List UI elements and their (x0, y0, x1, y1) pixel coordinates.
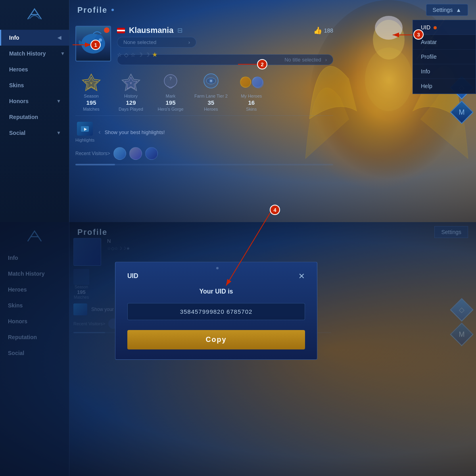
star-2: ☆ (131, 52, 136, 58)
annotation-2: 2 (257, 59, 267, 69)
player-card: Klausmania ⊟ 👍 188 None selected › ☆ ◇ ☆… (75, 26, 333, 61)
mark-label: Mark (166, 94, 175, 98)
info-arrow: ◀ (58, 35, 61, 40)
modal-dot (216, 267, 219, 269)
like-count: 👍 188 (313, 26, 333, 35)
highlights-icon[interactable] (77, 122, 93, 136)
annotation-1: 1 (90, 40, 101, 50)
uid-dot (434, 26, 437, 29)
player-info: Klausmania ⊟ 👍 188 None selected › ☆ ◇ ☆… (117, 26, 333, 58)
svg-text:V: V (90, 81, 92, 85)
uid-modal: UID ✕ Your UID is 358457999820 6785702 C… (115, 262, 317, 360)
dropdown-info-label: Info (421, 68, 430, 75)
modal-title: UID (127, 273, 138, 280)
moon-2: ☽ (145, 52, 150, 58)
dropdown-item-info[interactable]: Info (413, 64, 476, 79)
role-selector[interactable]: None selected › (117, 37, 196, 48)
dropdown-item-help[interactable]: Help (413, 79, 476, 94)
my-heroes-value: 16 (248, 99, 255, 106)
edit-icon[interactable]: ⊟ (177, 27, 182, 34)
diamond-badge-2[interactable]: M (450, 100, 473, 124)
scrollbar[interactable] (75, 164, 333, 165)
settings-label: Settings (433, 7, 453, 13)
sidebar-item-reputation-label: Reputation (9, 114, 38, 120)
farm-lane-sub: Heroes (204, 107, 218, 111)
modal-close-button[interactable]: ✕ (298, 272, 305, 280)
stat-farm-lane[interactable]: Farm Lane Tier 2 35 Heroes (194, 71, 228, 111)
annotation-1-label: 1 (94, 42, 97, 48)
svg-point-20 (210, 80, 212, 82)
season-value: 195 (86, 99, 96, 106)
avatar-badge (104, 27, 109, 33)
sidebar-top: Info ◀ Match History ▼ Heroes Skins Hono… (0, 0, 69, 222)
like-thumb-icon: 👍 (313, 26, 322, 35)
logo-icon (25, 6, 44, 22)
sidebar-item-honors[interactable]: Honors ▼ (0, 93, 69, 109)
sidebar-nav: Info ◀ Match History ▼ Heroes Skins Hono… (0, 28, 69, 143)
farm-lane-value: 35 (208, 99, 215, 106)
role-text: None selected (123, 39, 156, 45)
match-history-arrow: ▼ (60, 51, 65, 56)
annotation-4: 4 (270, 205, 280, 215)
my-heroes-sub: Skins (246, 107, 257, 111)
mark-sub: Hero's Gorge (157, 107, 183, 111)
farm-lane-label: Farm Lane Tier 2 (194, 94, 228, 98)
sidebar-item-skins[interactable]: Skins (0, 77, 69, 93)
stat-history[interactable]: V History 129 Days Played (115, 71, 147, 111)
title-text: No title selected (284, 57, 321, 63)
sidebar-item-honors-label: Honors (9, 98, 29, 104)
moon-1: ☽ (138, 52, 143, 58)
header-dot (111, 9, 114, 11)
stat-my-heroes[interactable]: My Heroes 16 Skins (236, 71, 267, 111)
sidebar-item-heroes[interactable]: Heroes (0, 61, 69, 77)
visitors-row: Recent Visitors> (75, 147, 333, 160)
sidebar-item-match-history[interactable]: Match History ▼ (0, 46, 69, 61)
visitor-2 (129, 147, 142, 160)
season-sub: Matches (83, 107, 100, 111)
annotation-3: 3 (413, 29, 424, 40)
logo (23, 4, 46, 24)
visitors-label: Recent Visitors> (75, 151, 110, 156)
diamond-1: ◇ (124, 52, 129, 58)
visitor-1 (113, 147, 126, 160)
sidebar-item-skins-label: Skins (9, 82, 24, 88)
history-sub: Days Played (119, 107, 143, 111)
mark-value: 195 (165, 99, 175, 106)
dropdown-uid-label: UID (421, 24, 430, 31)
role-chevron-icon: › (188, 39, 190, 45)
sidebar-item-reputation[interactable]: Reputation (0, 109, 69, 125)
copy-button[interactable]: Copy (127, 330, 305, 349)
svg-text:?: ? (169, 77, 172, 81)
star-1: ☆ (117, 52, 122, 58)
sidebar-item-social-label: Social (9, 130, 25, 136)
highlight-arrow-icon: ‹ (98, 129, 100, 136)
annotation-4-label: 4 (273, 207, 276, 213)
sidebar-item-social[interactable]: Social ▼ (0, 125, 69, 141)
stats-row: V Season 195 Matches V History 129 (75, 71, 333, 116)
like-number: 188 (324, 27, 333, 34)
dropdown-item-profile[interactable]: Profile (413, 50, 476, 64)
highlights-label: Highlights (75, 138, 94, 142)
visitor-3 (145, 147, 158, 160)
honors-arrow: ▼ (56, 98, 61, 104)
history-icon: V (120, 71, 142, 93)
settings-chevron-icon: ▲ (456, 7, 461, 13)
page-title: Profile (77, 6, 107, 15)
highlights-row: Highlights ‹ Show your best highlights! (75, 122, 333, 142)
season-icon: V (81, 71, 102, 93)
highlight-text: Show your best highlights! (105, 129, 165, 135)
dropdown-profile-label: Profile (421, 54, 437, 60)
player-name-row: Klausmania ⊟ 👍 188 (117, 26, 333, 35)
mark-icon: ? (160, 71, 182, 93)
modal-subtitle: Your UID is (127, 288, 305, 295)
sidebar-item-info[interactable]: Info ◀ (0, 30, 69, 46)
profile-content: Klausmania ⊟ 👍 188 None selected › ☆ ◇ ☆… (69, 20, 339, 222)
dropdown-avatar-label: Avatar (421, 39, 437, 45)
settings-button[interactable]: Settings ▲ (426, 4, 468, 16)
svg-point-21 (241, 77, 251, 88)
stat-mark[interactable]: ? Mark 195 Hero's Gorge (155, 71, 186, 111)
sidebar-item-info-label: Info (9, 35, 19, 41)
stat-season[interactable]: V Season 195 Matches (75, 71, 107, 111)
svg-text:V: V (130, 81, 132, 85)
history-value: 129 (126, 99, 136, 106)
